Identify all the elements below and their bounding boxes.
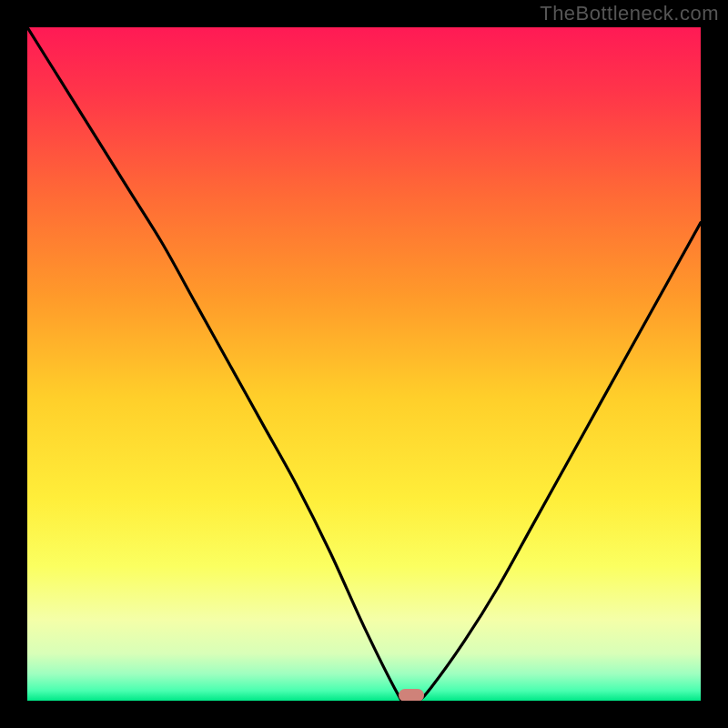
optimal-marker	[399, 689, 424, 701]
plot-area	[27, 27, 701, 701]
curve-svg	[27, 27, 701, 701]
chart-frame: TheBottleneck.com	[0, 0, 728, 728]
watermark-text: TheBottleneck.com	[540, 2, 719, 25]
bottleneck-curve-path	[27, 27, 701, 701]
